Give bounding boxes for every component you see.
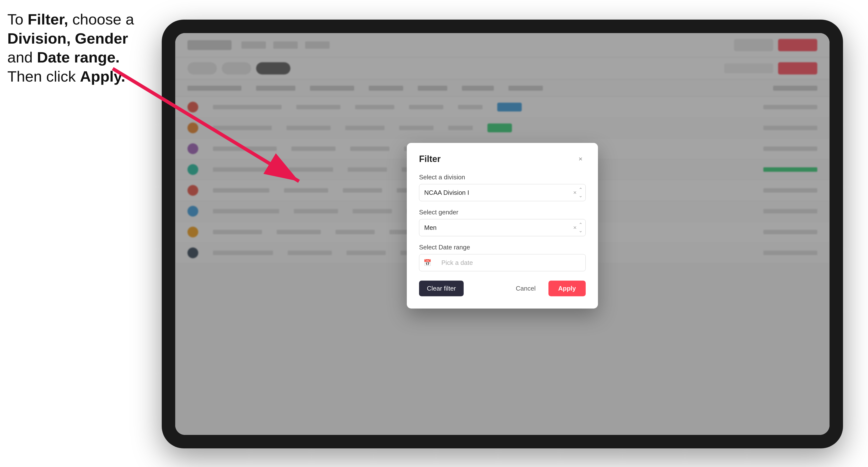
division-select-controls: × ⌃⌄ <box>573 187 583 198</box>
gender-label: Select gender <box>419 209 586 216</box>
date-range-label: Select Date range <box>419 244 586 251</box>
cancel-button[interactable]: Cancel <box>508 281 544 296</box>
gender-field: Select gender Men Women × ⌃⌄ <box>419 209 586 236</box>
instruction-bold2: Division, Gender <box>7 30 128 47</box>
division-select[interactable]: NCAA Division I <box>419 184 586 201</box>
gender-select[interactable]: Men Women <box>419 219 586 236</box>
modal-header: Filter × <box>419 154 586 164</box>
modal-footer-right: Cancel Apply <box>508 281 586 296</box>
division-field: Select a division NCAA Division I × ⌃⌄ <box>419 174 586 201</box>
modal-footer: Clear filter Cancel Apply <box>419 281 586 296</box>
calendar-icon: 📅 <box>424 259 431 267</box>
modal-close-button[interactable]: × <box>576 154 586 164</box>
division-label: Select a division <box>419 174 586 181</box>
gender-select-controls: × ⌃⌄ <box>573 222 583 234</box>
division-clear-icon[interactable]: × <box>573 190 577 195</box>
tablet-screen: Filter × Select a division NCAA Division… <box>175 33 830 435</box>
date-input-display[interactable]: Pick a date <box>419 254 586 271</box>
date-placeholder: Pick a date <box>441 259 473 267</box>
apply-button[interactable]: Apply <box>549 281 586 296</box>
division-arrow-icon[interactable]: ⌃⌄ <box>579 187 583 198</box>
modal-title: Filter <box>419 154 441 164</box>
division-select-wrapper: NCAA Division I × ⌃⌄ <box>419 184 586 201</box>
instruction-line3: and Date range. <box>7 49 120 66</box>
gender-arrow-icon[interactable]: ⌃⌄ <box>579 222 583 234</box>
gender-clear-icon[interactable]: × <box>573 225 577 230</box>
instruction-line4: Then click Apply. <box>7 68 125 85</box>
tablet-frame: Filter × Select a division NCAA Division… <box>162 20 843 448</box>
date-range-field: Select Date range 📅 Pick a date <box>419 244 586 271</box>
date-input-wrapper: 📅 Pick a date <box>419 254 586 271</box>
filter-modal: Filter × Select a division NCAA Division… <box>407 143 598 309</box>
clear-filter-button[interactable]: Clear filter <box>419 281 464 296</box>
instruction-text: To Filter, choose a Division, Gender and… <box>7 10 145 86</box>
gender-select-wrapper: Men Women × ⌃⌄ <box>419 219 586 236</box>
instruction-line1: To Filter, choose a <box>7 11 134 28</box>
